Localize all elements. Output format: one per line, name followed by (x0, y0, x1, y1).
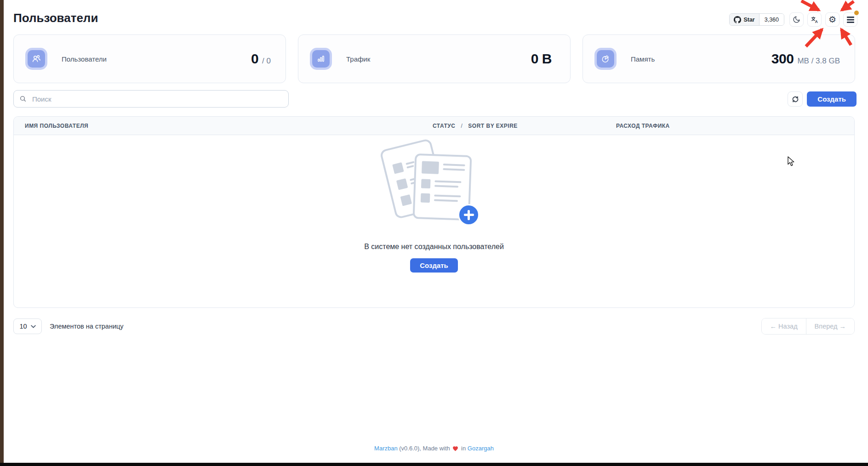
column-separator: / (461, 123, 463, 129)
pager-buttons: ← Назад Вперед → (761, 318, 855, 335)
column-username[interactable]: ИМЯ ПОЛЬЗОВАТЕЛЯ (25, 117, 88, 135)
heart-icon (452, 446, 458, 451)
plus-icon (458, 204, 480, 226)
column-status-expire: СТАТУС / SORT BY EXPIRE (433, 117, 518, 135)
pie-chart-icon (597, 50, 614, 68)
page-size-select[interactable]: 10 (13, 318, 42, 334)
users-icon (28, 50, 45, 68)
gear-icon: ⚙ (828, 15, 836, 24)
empty-state-create-button[interactable]: Создать (410, 258, 458, 273)
column-sort-by-expire[interactable]: SORT BY EXPIRE (468, 123, 517, 129)
stat-label: Пользователи (62, 55, 107, 63)
stat-value: 0 B (531, 51, 552, 67)
pagination-bar: 10 Элементов на страницу ← Назад Вперед … (13, 318, 855, 335)
next-page-button[interactable]: Вперед → (806, 318, 854, 334)
empty-state-message: В системе нет созданных пользователей (364, 243, 504, 251)
stat-suffix: MB / 3.8 GB (797, 57, 840, 66)
search-icon (19, 95, 27, 102)
search-input[interactable] (13, 90, 289, 108)
svg-text:A: A (815, 19, 817, 23)
github-star-widget[interactable]: Star 3,360 (729, 13, 784, 26)
github-star-button[interactable]: Star (730, 14, 759, 25)
dark-mode-toggle[interactable] (789, 12, 804, 27)
footer-text: (v0.6.0), Made with (399, 445, 450, 452)
menu-button[interactable] (843, 12, 857, 27)
bar-chart-icon (312, 50, 330, 68)
stat-value: 0 (251, 51, 258, 67)
prev-page-button[interactable]: ← Назад (762, 318, 806, 334)
traffic-stat-card: Трафик 0 B (298, 34, 571, 83)
users-table: ИМЯ ПОЛЬЗОВАТЕЛЯ СТАТУС / SORT BY EXPIRE… (13, 116, 855, 308)
moon-icon (793, 16, 800, 23)
column-traffic[interactable]: РАСХОД ТРАФИКА (616, 117, 670, 135)
footer-org-link[interactable]: Gozargah (468, 445, 494, 452)
page-size-label: Элементов на страницу (50, 323, 124, 330)
stat-cards: Пользователи 0 / 0 Трафик 0 B (13, 34, 855, 83)
documents-illustration (385, 142, 483, 234)
table-header: ИМЯ ПОЛЬЗОВАТЕЛЯ СТАТУС / SORT BY EXPIRE… (14, 117, 854, 135)
page-title: Пользователи (13, 11, 98, 25)
refresh-icon (792, 96, 799, 103)
stat-suffix: / 0 (262, 57, 271, 66)
memory-stat-card: Память 300 MB / 3.8 GB (582, 34, 855, 83)
hamburger-icon (847, 17, 854, 23)
bottom-window-edge (0, 463, 868, 466)
github-star-count[interactable]: 3,360 (760, 14, 784, 25)
page-size-value: 10 (19, 323, 27, 330)
toolbar-actions: Создать (788, 91, 857, 107)
left-window-edge (0, 0, 4, 466)
footer-in-text: in (461, 445, 466, 452)
users-stat-card: Пользователи 0 / 0 (13, 34, 286, 83)
footer-app-link[interactable]: Marzban (374, 445, 398, 452)
language-button[interactable]: A (807, 12, 822, 27)
chevron-down-icon (31, 325, 36, 328)
create-button[interactable]: Создать (807, 91, 857, 107)
notification-dot (854, 11, 859, 15)
empty-state: В системе нет созданных пользователей Со… (14, 135, 854, 308)
translate-icon: A (811, 16, 819, 24)
search-box (13, 90, 289, 108)
github-star-label: Star (743, 17, 754, 23)
marzban-users-page: Пользователи Star 3,360 A ⚙ (0, 0, 868, 466)
stat-value: 300 (771, 51, 794, 67)
stat-label: Память (631, 55, 655, 63)
column-status[interactable]: СТАТУС (433, 123, 455, 129)
header-controls: Star 3,360 A ⚙ (729, 12, 857, 27)
refresh-button[interactable] (788, 91, 803, 107)
github-icon (734, 16, 741, 23)
footer: Marzban (v0.6.0), Made with in Gozargah (0, 445, 868, 452)
stat-label: Трафик (346, 55, 370, 63)
settings-button[interactable]: ⚙ (825, 12, 839, 27)
